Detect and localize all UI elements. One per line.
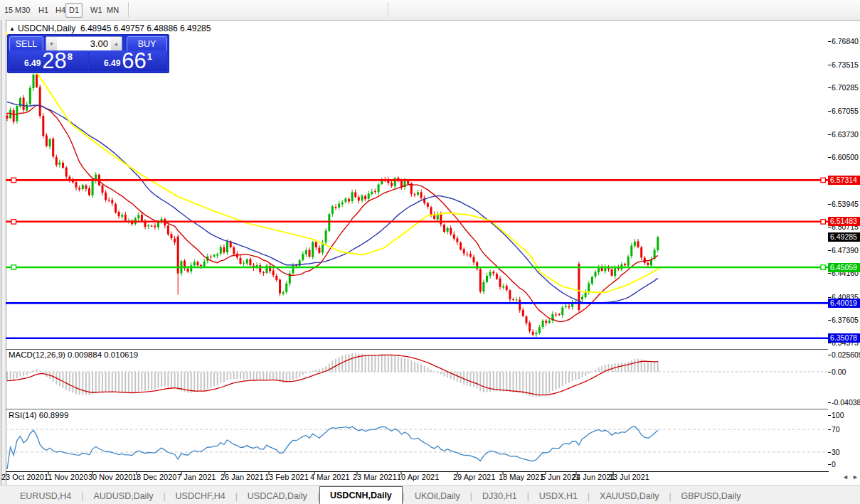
candle-body bbox=[489, 272, 492, 277]
tab-eurusd-h4[interactable]: EURUSD,H4 bbox=[10, 488, 81, 504]
macd-bar bbox=[240, 372, 241, 380]
candle-body bbox=[561, 308, 563, 316]
timeframe-button-D1[interactable]: D1 bbox=[65, 3, 83, 18]
tab-ukoil-daily[interactable]: UKOil,Daily bbox=[405, 488, 470, 504]
date-label: 13 Feb 2021 bbox=[265, 473, 309, 481]
price-axis[interactable]: 6.768406.735156.702856.670556.637306.605… bbox=[828, 21, 860, 471]
collapse-icon[interactable]: ▲ bbox=[9, 26, 15, 32]
hline-handle[interactable] bbox=[11, 265, 16, 270]
candle-body bbox=[147, 225, 149, 226]
candle-body bbox=[259, 265, 261, 272]
tab-gbpusd-daily[interactable]: GBPUSD,Daily bbox=[671, 488, 751, 504]
macd-bar bbox=[371, 355, 373, 372]
macd-bar bbox=[151, 372, 152, 390]
tab-audusd-daily[interactable]: AUDUSD,Daily bbox=[83, 488, 163, 504]
scroll-right-icon[interactable]: ► bbox=[852, 473, 859, 481]
candle-body bbox=[262, 272, 265, 273]
buy-quote[interactable]: 6.49 66 1 bbox=[89, 50, 167, 71]
macd-bar bbox=[457, 372, 458, 382]
hline-handle[interactable] bbox=[11, 178, 16, 183]
macd-bar bbox=[36, 369, 38, 372]
tab-usdx-h1[interactable]: USDX,H1 bbox=[529, 488, 588, 504]
macd-bar bbox=[33, 370, 34, 372]
macd-bar bbox=[598, 368, 600, 372]
sell-button[interactable]: SELL bbox=[9, 36, 43, 51]
candle-body bbox=[591, 277, 593, 284]
macd-bar bbox=[246, 372, 248, 379]
scroll-left-icon[interactable]: ◄ bbox=[842, 473, 849, 481]
candle-body bbox=[526, 316, 528, 323]
macd-bar bbox=[20, 372, 21, 377]
macd-bar bbox=[437, 372, 438, 372]
timeframe-button-H1[interactable]: H1 bbox=[35, 3, 52, 18]
candle-body bbox=[440, 214, 442, 225]
tab-xauusd-daily[interactable]: XAUUSD,Daily bbox=[590, 488, 669, 504]
candle-body bbox=[78, 188, 80, 189]
macd-bar bbox=[138, 372, 139, 392]
tab-dj30-h1[interactable]: DJ30,H1 bbox=[472, 488, 527, 504]
macd-bar bbox=[506, 372, 507, 392]
candle-body bbox=[338, 204, 340, 208]
macd-bar bbox=[621, 363, 622, 372]
candle-body bbox=[203, 262, 206, 267]
price-tick: 6.73515 bbox=[832, 60, 859, 69]
macd-bar bbox=[141, 372, 142, 391]
candle-body bbox=[624, 264, 626, 265]
candle-body bbox=[335, 207, 337, 208]
macd-bar bbox=[331, 360, 333, 372]
rsi-label: RSI(14) 60.8999 bbox=[9, 411, 68, 419]
date-label: 18 Dec 2020 bbox=[132, 473, 176, 481]
candle-body bbox=[598, 268, 600, 273]
macd-bar bbox=[132, 372, 133, 393]
tab-usdcad-daily[interactable]: USDCAD,Daily bbox=[238, 488, 317, 504]
line-price-label: 6.57314 bbox=[828, 176, 860, 185]
candle-body bbox=[456, 238, 458, 242]
tab-usdcnh-daily[interactable]: USDCNH,Daily bbox=[319, 486, 403, 504]
macd-bar bbox=[651, 363, 652, 372]
chart-canvas[interactable] bbox=[6, 21, 829, 476]
candle-body bbox=[151, 226, 153, 227]
macd-bar bbox=[161, 372, 162, 387]
macd-bar bbox=[522, 372, 524, 394]
macd-bar bbox=[289, 372, 290, 382]
macd-bar bbox=[440, 372, 442, 375]
macd-bar bbox=[578, 372, 580, 380]
volume-increase-button[interactable]: ▲ bbox=[111, 37, 122, 50]
candle-body bbox=[309, 250, 311, 257]
date-label: 11 Nov 2020 bbox=[44, 473, 88, 481]
macd-bar bbox=[124, 372, 126, 393]
candle-body bbox=[82, 185, 84, 189]
hline-handle[interactable] bbox=[11, 220, 16, 225]
macd-bar bbox=[177, 372, 179, 390]
macd-bar bbox=[312, 370, 314, 372]
candle-body bbox=[647, 263, 649, 265]
hline-handle[interactable] bbox=[821, 265, 826, 270]
macd-bar bbox=[617, 363, 619, 372]
sell-quote[interactable]: 6.49 28 8 bbox=[9, 50, 87, 71]
macd-bar bbox=[98, 372, 100, 392]
candle-body bbox=[407, 181, 409, 184]
candle-body bbox=[344, 198, 346, 202]
macd-bar bbox=[322, 368, 324, 372]
candle-body bbox=[121, 215, 123, 217]
date-label: 30 Nov 2020 bbox=[88, 473, 132, 481]
timeframe-button-MN[interactable]: MN bbox=[103, 3, 122, 18]
macd-bar bbox=[108, 372, 110, 392]
hline-handle[interactable] bbox=[821, 220, 826, 225]
candle-body bbox=[275, 276, 277, 280]
macd-bar bbox=[92, 372, 93, 394]
date-label: 10 Apr 2021 bbox=[397, 473, 439, 481]
macd-bar bbox=[148, 372, 149, 390]
candle-body bbox=[233, 247, 235, 254]
macd-bar bbox=[227, 372, 228, 380]
candle-body bbox=[223, 247, 225, 252]
candle-body bbox=[141, 215, 143, 221]
macd-bar bbox=[418, 363, 419, 372]
macd-bar bbox=[158, 372, 159, 388]
timeframe-button-M30[interactable]: M30 bbox=[11, 3, 33, 18]
macd-tick: 0.00 bbox=[832, 368, 846, 376]
candle-body bbox=[348, 199, 350, 202]
tab-usdchf-h4[interactable]: USDCHF,H4 bbox=[166, 488, 235, 504]
hline-handle[interactable] bbox=[821, 178, 826, 183]
candle-body bbox=[542, 321, 544, 327]
